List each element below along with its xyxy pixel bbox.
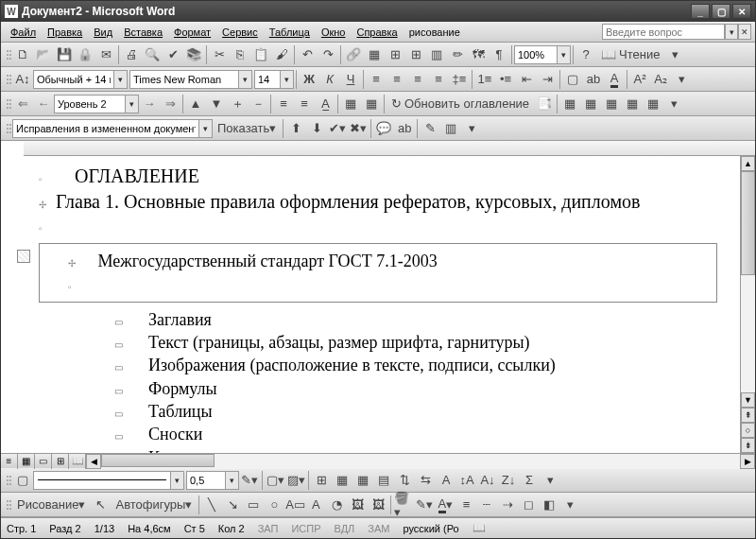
status-rec[interactable]: ЗАП bbox=[258, 523, 279, 534]
align-center-icon[interactable]: ≡ bbox=[387, 69, 407, 90]
distribute-rows-icon[interactable]: ⇅ bbox=[394, 470, 415, 491]
no-border-icon[interactable]: ▢ bbox=[12, 470, 33, 491]
print-icon[interactable]: 🖨 bbox=[121, 44, 142, 65]
show-formatting-icon[interactable]: A̲ bbox=[315, 94, 335, 114]
move-down-icon[interactable]: ▼ bbox=[206, 94, 227, 114]
align-right-icon[interactable]: ≡ bbox=[407, 69, 428, 90]
clipart-icon[interactable]: 🖼 bbox=[347, 495, 368, 515]
merge-cells-icon[interactable]: ▦ bbox=[332, 470, 352, 491]
document-page[interactable]: ▫ ОГЛАВЛЕНИЕ ✢Глава 1. Основные правила … bbox=[1, 156, 755, 453]
outline-extra5-icon[interactable]: ▦ bbox=[643, 94, 663, 114]
menu-edit[interactable]: Правка bbox=[42, 25, 88, 40]
maximize-button[interactable]: ▢ bbox=[712, 4, 730, 19]
menubar-close-doc[interactable]: ✕ bbox=[738, 24, 751, 40]
zoom-input[interactable] bbox=[515, 46, 557, 63]
track-changes-icon[interactable]: ✎ bbox=[420, 118, 440, 139]
3d-icon[interactable]: ◧ bbox=[539, 495, 559, 515]
toolbar-overflow-icon[interactable]: ▾ bbox=[461, 118, 482, 139]
bullets-icon[interactable]: •≡ bbox=[495, 69, 516, 90]
grip-icon[interactable] bbox=[5, 45, 12, 64]
toolbar-overflow-icon[interactable]: ▾ bbox=[559, 495, 580, 515]
insert-sheet-icon[interactable]: ⊞ bbox=[405, 44, 426, 65]
underline-icon[interactable]: Ч bbox=[340, 69, 361, 90]
distribute-cols-icon[interactable]: ⇆ bbox=[415, 470, 436, 491]
line-color-icon[interactable]: ✎▾ bbox=[414, 495, 435, 515]
new-doc-icon[interactable]: 🗋 bbox=[12, 44, 33, 65]
show-markup-button[interactable]: Показать ▾ bbox=[213, 118, 281, 139]
show-level-icon[interactable]: ≡ bbox=[273, 94, 294, 114]
italic-icon[interactable]: К bbox=[319, 69, 340, 90]
highlight-icon[interactable]: ab bbox=[583, 69, 604, 90]
outline-extra4-icon[interactable]: ▦ bbox=[622, 94, 643, 114]
master-doc-icon[interactable]: ▦ bbox=[340, 94, 361, 114]
doc-map-icon[interactable]: 🗺 bbox=[468, 44, 489, 65]
chevron-down-icon[interactable]: ▾ bbox=[170, 472, 183, 489]
save-icon[interactable]: 💾 bbox=[54, 44, 75, 65]
outline-extra2-icon[interactable]: ▦ bbox=[580, 94, 601, 114]
autoshapes-button[interactable]: Автофигуры ▾ bbox=[111, 495, 197, 515]
toolbar-overflow-icon[interactable]: ▾ bbox=[671, 69, 692, 90]
menu-view[interactable]: Вид bbox=[88, 25, 118, 40]
zoom-combo[interactable]: ▾ bbox=[514, 45, 571, 64]
scrollbar-thumb[interactable] bbox=[741, 171, 755, 275]
size-input[interactable] bbox=[255, 71, 280, 88]
size-combo[interactable]: ▾ bbox=[254, 70, 294, 89]
superscript-icon[interactable]: A² bbox=[629, 69, 650, 90]
minimize-button[interactable]: _ bbox=[691, 4, 710, 19]
outdent-icon[interactable]: ⇤ bbox=[516, 69, 537, 90]
grip-icon[interactable] bbox=[5, 471, 12, 490]
redo-icon[interactable]: ↷ bbox=[318, 44, 338, 65]
line-weight-input[interactable] bbox=[187, 472, 225, 489]
format-painter-icon[interactable]: 🖌 bbox=[271, 44, 292, 65]
chevron-down-icon[interactable]: ▾ bbox=[280, 71, 293, 88]
sort-desc-icon[interactable]: Z↓ bbox=[498, 470, 519, 491]
prev-page-icon[interactable]: ⇞ bbox=[741, 408, 755, 423]
scrollbar-thumb[interactable] bbox=[101, 454, 215, 467]
grip-icon[interactable] bbox=[5, 95, 12, 113]
permissions-icon[interactable]: 🔒 bbox=[75, 44, 95, 65]
menu-file[interactable]: Файл bbox=[5, 25, 42, 40]
accept-change-icon[interactable]: ✔▾ bbox=[327, 118, 348, 139]
hyperlink-icon[interactable]: 🔗 bbox=[343, 44, 364, 65]
fill-color-icon[interactable]: 🪣▾ bbox=[393, 495, 414, 515]
arrow-style-icon[interactable]: ⇢ bbox=[497, 495, 518, 515]
help-icon[interactable]: ? bbox=[576, 44, 596, 65]
wordart-icon[interactable]: A bbox=[305, 495, 326, 515]
help-search-input[interactable] bbox=[602, 24, 725, 40]
scrollbar-track[interactable] bbox=[101, 454, 740, 469]
status-language[interactable]: русский (Ро bbox=[403, 523, 458, 534]
outline-extra1-icon[interactable]: ▦ bbox=[559, 94, 580, 114]
columns-icon[interactable]: ▥ bbox=[426, 44, 447, 65]
chevron-down-icon[interactable]: ▾ bbox=[113, 71, 127, 88]
textbox-icon[interactable]: A▭ bbox=[284, 495, 305, 515]
scroll-left-icon[interactable]: ◀ bbox=[86, 454, 101, 469]
dash-style-icon[interactable]: ┄ bbox=[476, 495, 497, 515]
line-style-combo[interactable]: ▾ bbox=[33, 471, 184, 490]
menu-drawing-toggle[interactable]: рисование bbox=[404, 25, 466, 40]
toolbar-overflow-icon[interactable]: ▾ bbox=[663, 94, 684, 114]
insert-table-icon[interactable]: ⊞ bbox=[385, 44, 405, 65]
promote-highest-icon[interactable]: ⇐ bbox=[12, 94, 33, 114]
update-toc-button[interactable]: ↻ Обновить оглавление bbox=[387, 94, 534, 114]
horizontal-scrollbar[interactable]: ◀ ▶ bbox=[86, 454, 755, 469]
grip-icon[interactable] bbox=[5, 119, 12, 138]
close-button[interactable]: ✕ bbox=[732, 4, 751, 19]
autoformat-table-icon[interactable]: A bbox=[436, 470, 456, 491]
read-mode-button[interactable]: 📖 Чтение bbox=[596, 44, 664, 65]
new-comment-icon[interactable]: 💬 bbox=[373, 118, 394, 139]
web-view-icon[interactable]: ▦ bbox=[18, 454, 35, 469]
show-marks-icon[interactable]: ¶ bbox=[489, 44, 509, 65]
align-justify-icon[interactable]: ≡ bbox=[428, 69, 449, 90]
oval-icon[interactable]: ○ bbox=[264, 495, 284, 515]
outline-level-combo[interactable]: ▾ bbox=[54, 95, 139, 113]
line-style-icon[interactable]: ≡ bbox=[455, 495, 476, 515]
style-combo[interactable]: ▾ bbox=[33, 70, 128, 89]
grip-icon[interactable] bbox=[5, 496, 12, 514]
borders-icon[interactable]: ▢ bbox=[562, 69, 583, 90]
status-ovr[interactable]: ЗАМ bbox=[368, 523, 389, 534]
reject-change-icon[interactable]: ✖▾ bbox=[348, 118, 369, 139]
normal-view-icon[interactable]: ≡ bbox=[1, 454, 18, 469]
scrollbar-track[interactable] bbox=[741, 171, 755, 392]
menu-insert[interactable]: Вставка bbox=[118, 25, 168, 40]
reading-view-icon[interactable]: 📖 bbox=[69, 454, 86, 469]
